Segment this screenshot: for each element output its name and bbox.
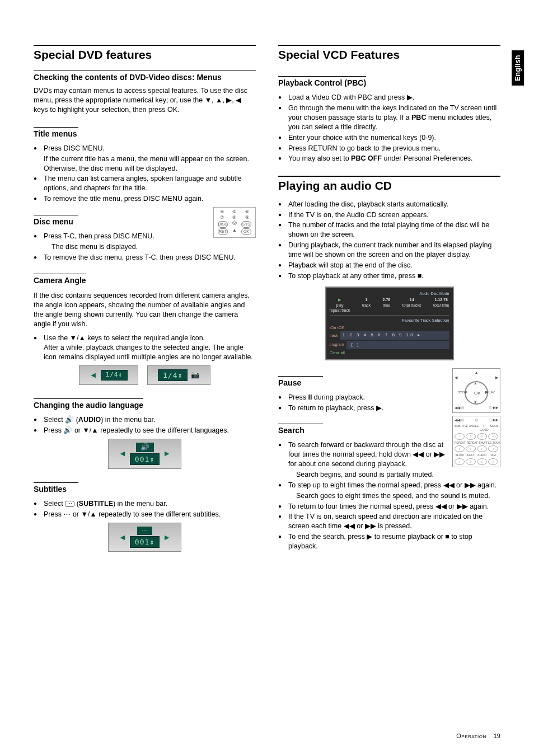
speaker-icon: 🔊 [65, 416, 74, 424]
search-li2-cont: Search goes to eight times the speed, an… [288, 491, 500, 501]
title-menus-li1: Press DISC MENU. If the current title ha… [34, 144, 256, 173]
heading-title-menus: Title menus [34, 127, 78, 139]
heading-checking-contents: Checking the contents of DVD-Video discs… [34, 71, 256, 83]
subtitles-thumb: ◄ ⋯ 001⇕ ► [34, 523, 256, 552]
track-nums: 1 2 3 4 5 6 7 8 9 10 ▸ [340, 331, 449, 340]
title-menus-li3: To remove the title menu, press DISC MEN… [34, 194, 256, 204]
language-tab: English [512, 50, 524, 86]
repeat-label: repeat track [330, 308, 350, 312]
subtitles-li1: Select ⋯ (SUBTITLE) in the menu bar. [34, 499, 256, 509]
total-time-label: total time [433, 303, 449, 307]
total-tracks-label: total tracks [402, 303, 421, 307]
search-li3: To return to four times the normal speed… [278, 502, 500, 511]
text-a: Press [288, 393, 308, 401]
clear-all-label: Clear all [330, 350, 449, 356]
audio-cd-screen: Audio Disc Mode ▶playrepeat track 1track… [325, 287, 454, 360]
search-li1: To search forward or backward through th… [278, 440, 500, 480]
pause-li2: To return to playback, press ▶. [278, 403, 500, 413]
search-li1-cont: Search begins, and sound is partially mu… [288, 470, 500, 480]
pbc-li1: Load a Video CD with PBC and press ▶. [278, 93, 500, 102]
track-label: track [362, 303, 371, 307]
camera-thumb-2: 1/4⇕ 📷 [147, 365, 210, 386]
play-label: play [336, 303, 344, 307]
camera-icon: 📷 [191, 370, 200, 380]
audiocd-li6: To stop playback at any other time, pres… [278, 271, 500, 281]
text-a: Select [44, 500, 65, 508]
para-camera: If the disc contains sequences recorded … [34, 291, 256, 329]
audiocd-li2: If the TV is on, the Audio CD screen app… [278, 210, 500, 220]
arrow-left-icon: ◄ [90, 370, 97, 381]
pbc-li3: Enter your choice with the numerical key… [278, 133, 500, 143]
text-c: ) in the menu bar. [113, 500, 167, 508]
title-menus-li2: The menu can list camera angles, spoken … [34, 174, 256, 193]
footer-section: Operation [456, 732, 486, 739]
para-checking: DVDs may contain menus to access special… [34, 86, 256, 115]
left-column: Special DVD features Checking the conten… [34, 45, 256, 557]
camera-angle-thumbnails: ◄ 1/4⇕ 1/4⇕ 📷 [34, 365, 256, 386]
search-li5: To end the search, press ▶ to resume pla… [278, 532, 500, 551]
camera-li1-cont: After a while, playback changes to the s… [44, 343, 256, 362]
arrow-left-icon: ◄ [119, 532, 127, 543]
footer-page: 19 [494, 732, 500, 739]
total-time-num: 1.12.78 [435, 298, 448, 302]
text-b: ( [74, 500, 79, 508]
pbc-li4: Press RETURN to go back to the previous … [278, 144, 500, 153]
text-c: ) in the menu bar. [101, 416, 155, 424]
track-row-label: track [330, 333, 338, 338]
heading-camera-angle: Camera Angle [34, 274, 86, 286]
arrow-left-icon: ◄ [119, 448, 127, 459]
camera-li1: Use the ▼/▲ keys to select the required … [34, 334, 256, 362]
right-column: Special VCD Features Playback Control (P… [278, 45, 500, 557]
heading-disc-menu: Disc menu [34, 215, 78, 227]
heading-pbc: Playback Control (PBC) [278, 76, 366, 88]
heading-special-vcd: Special VCD Features [278, 45, 500, 63]
text: To search forward or backward through th… [288, 441, 445, 468]
text-a: Select [44, 416, 65, 424]
subtitles-li2: Press ⋯ or ▼/▲ repeatedly to see the dif… [34, 510, 256, 519]
heading-search: Search [278, 424, 323, 436]
lcd-display: 001⇕ [130, 453, 160, 466]
play-icon: ▶ [338, 298, 341, 302]
pause-li1: Press II during playback. [278, 393, 500, 402]
title-menus-li1-cont: If the current title has a menu, the men… [44, 154, 256, 173]
fts-label: Favourite Track Selection [330, 318, 449, 323]
text: Use the ▼/▲ keys to select the required … [44, 334, 205, 342]
disc-menu-li2: To remove the disc menu, press T-C, then… [34, 253, 256, 262]
audiocd-li1: After loading the disc, playback starts … [278, 200, 500, 209]
audio-lang-thumb: ◄ 🔊 001⇕ ► [34, 439, 256, 469]
text-b: under Personal Preferences. [382, 154, 473, 162]
text-bold: PBC OFF [351, 154, 382, 162]
lcd-display: 1/4⇕ [101, 370, 128, 381]
search-li4: If the TV is on, search speed and direct… [278, 512, 500, 531]
disc-menu-li1: Press T-C, then press DISC MENU. The dis… [34, 232, 256, 252]
total-tracks-num: 14 [410, 298, 414, 302]
search-li2: To step up to eight times the normal spe… [278, 481, 500, 501]
audio-lang-li1: Select 🔊 (AUDIO) in the menu bar. [34, 415, 256, 425]
heading-subtitles: Subtitles [34, 482, 78, 495]
heading-audio-language: Changing the audio language [34, 398, 143, 411]
track-num: 1 [366, 298, 368, 302]
heading-pause: Pause [278, 376, 323, 388]
onoff-label: •On •Off [330, 325, 449, 330]
audiocd-li4: During playback, the current track numbe… [278, 241, 500, 260]
screen-mode: Audio Disc Mode [330, 291, 449, 296]
audiocd-li5: Playback will stop at the end of the dis… [278, 261, 500, 270]
text-bold: AUDIO [78, 416, 101, 424]
arrow-right-icon: ► [163, 448, 171, 459]
text-b: during playback. [312, 393, 365, 401]
lcd-display: 001⇕ [130, 536, 160, 548]
lcd-display: 1/4⇕ [158, 369, 188, 382]
text: To step up to eight times the normal spe… [288, 481, 496, 489]
speaker-icon: 🔊 [136, 443, 154, 452]
heading-special-dvd: Special DVD features [34, 45, 256, 63]
text-bold: SUBTITLE [79, 500, 113, 508]
text-a: You may also set to [288, 154, 351, 162]
text: Press DISC MENU. [44, 144, 105, 152]
pbc-li2: Go through the menu with the keys indica… [278, 104, 500, 132]
camera-thumb-1: ◄ 1/4⇕ [79, 365, 138, 386]
audiocd-li3: The number of tracks and the total playi… [278, 220, 500, 240]
subtitle-icon: ⋯ [137, 527, 152, 535]
heading-playing-audio-cd: Playing an audio CD [278, 176, 500, 194]
text-b: ( [74, 416, 78, 424]
time-label: time [383, 303, 390, 307]
